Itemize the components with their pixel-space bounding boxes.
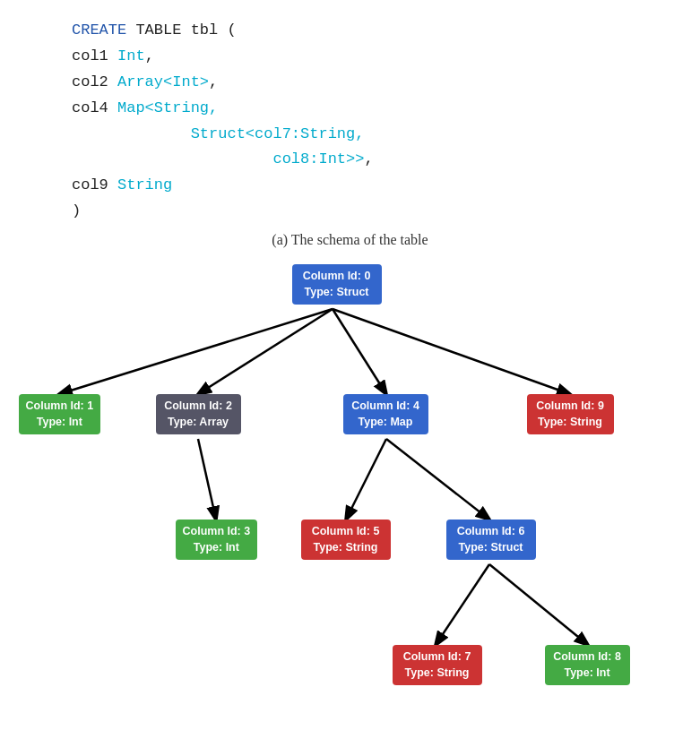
node-4: Column Id: 4Type: Map (343, 394, 428, 434)
svg-line-6 (386, 439, 489, 520)
node-2: Column Id: 2Type: Array (156, 394, 241, 434)
caption-a: (a) The schema of the table (272, 232, 428, 248)
node-1: Column Id: 1Type: Int (19, 394, 101, 434)
svg-line-5 (346, 439, 386, 520)
code-line-2: col1 Int, (72, 44, 374, 70)
node-9: Column Id: 9Type: String (527, 394, 614, 434)
type-array: Array<Int> (117, 73, 209, 90)
type-string: String (117, 176, 172, 193)
node-0: Column Id: 0Type: Struct (292, 264, 382, 305)
type-struct: Struct<col7:String, (191, 125, 365, 142)
node-8: Column Id: 8Type: Int (545, 645, 630, 685)
svg-line-7 (436, 564, 489, 645)
svg-line-0 (59, 309, 333, 394)
code-line-1: CREATE TABLE tbl ( (72, 18, 374, 44)
svg-line-1 (198, 309, 333, 394)
svg-line-3 (333, 309, 570, 394)
node-6: Column Id: 6Type: Struct (446, 520, 536, 560)
code-line-5: Struct<col7:String, (72, 122, 374, 148)
type-col8: col8:Int>> (272, 150, 364, 167)
keyword-create: CREATE (72, 21, 126, 39)
node-5: Column Id: 5Type: String (301, 520, 391, 560)
svg-line-8 (489, 564, 588, 645)
svg-line-4 (198, 439, 216, 520)
node-7: Column Id: 7Type: String (393, 645, 482, 685)
code-line-3: col2 Array<Int>, (72, 70, 374, 96)
node-3: Column Id: 3Type: Int (176, 520, 258, 560)
code-line-4: col4 Map<String, (72, 96, 374, 122)
code-line-7: col9 String (72, 173, 374, 199)
code-line-6: col8:Int>>, (72, 147, 374, 173)
svg-line-2 (333, 309, 386, 394)
type-map: Map<String, (117, 99, 218, 116)
code-block: CREATE TABLE tbl ( col1 Int, col2 Array<… (0, 18, 374, 225)
code-line-8: ) (72, 199, 374, 225)
tree-diagram: Column Id: 0Type: Struct Column Id: 1Typ… (10, 264, 691, 730)
type-int-1: Int (117, 47, 145, 64)
